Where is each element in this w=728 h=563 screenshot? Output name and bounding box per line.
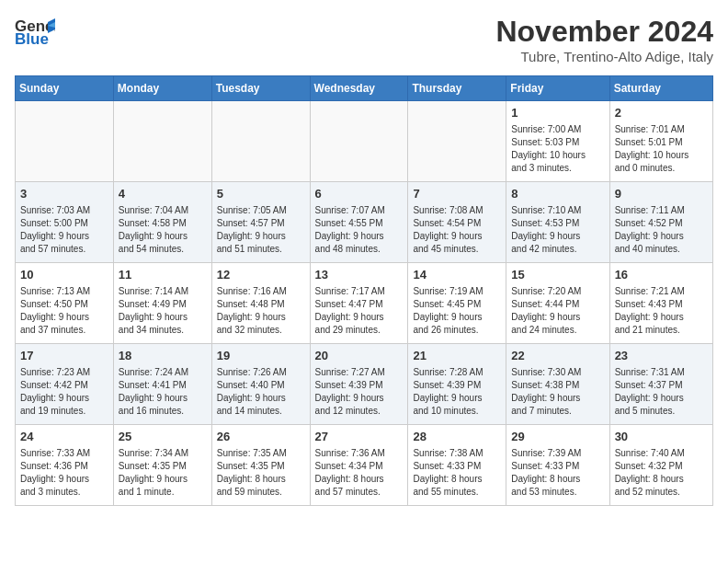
day-info: and 14 minutes. xyxy=(217,405,305,418)
day-number: 17 xyxy=(20,348,108,364)
day-info: and 54 minutes. xyxy=(119,243,207,256)
calendar-cell: 29Sunrise: 7:39 AMSunset: 4:33 PMDayligh… xyxy=(506,425,609,506)
day-info: Sunrise: 7:19 AM xyxy=(413,285,501,298)
calendar-cell: 16Sunrise: 7:21 AMSunset: 4:43 PMDayligh… xyxy=(609,263,712,344)
day-number: 18 xyxy=(119,348,207,364)
day-info: Daylight: 9 hours xyxy=(315,311,404,324)
calendar-cell: 24Sunrise: 7:33 AMSunset: 4:36 PMDayligh… xyxy=(16,425,114,506)
calendar-cell: 6Sunrise: 7:07 AMSunset: 4:55 PMDaylight… xyxy=(310,182,408,263)
day-info: and 12 minutes. xyxy=(315,405,404,418)
day-info: and 19 minutes. xyxy=(20,405,108,418)
logo: General Blue xyxy=(15,15,55,48)
day-info: and 0 minutes. xyxy=(615,162,708,175)
day-info: Sunset: 4:57 PM xyxy=(217,217,305,230)
day-info: and 3 minutes. xyxy=(511,162,604,175)
calendar-cell: 4Sunrise: 7:04 AMSunset: 4:58 PMDaylight… xyxy=(113,182,211,263)
day-info: Daylight: 8 hours xyxy=(217,473,305,486)
day-info: Sunrise: 7:21 AM xyxy=(615,285,708,298)
day-info: Sunset: 4:36 PM xyxy=(20,460,108,473)
calendar-cell: 7Sunrise: 7:08 AMSunset: 4:54 PMDaylight… xyxy=(408,182,506,263)
day-info: and 29 minutes. xyxy=(315,324,404,337)
day-info: Daylight: 9 hours xyxy=(20,392,108,405)
day-info: Sunset: 4:45 PM xyxy=(413,298,501,311)
day-number: 16 xyxy=(615,267,708,283)
calendar-cell: 2Sunrise: 7:01 AMSunset: 5:01 PMDaylight… xyxy=(609,101,712,182)
day-info: and 37 minutes. xyxy=(20,324,108,337)
day-info: Daylight: 9 hours xyxy=(615,311,708,324)
day-info: Sunset: 4:47 PM xyxy=(315,298,404,311)
month-year: November 2024 xyxy=(495,15,713,49)
weekday-header-monday: Monday xyxy=(113,76,211,101)
day-info: Daylight: 9 hours xyxy=(615,230,708,243)
day-number: 10 xyxy=(20,267,108,283)
day-info: Daylight: 9 hours xyxy=(119,230,207,243)
day-info: Daylight: 9 hours xyxy=(413,392,501,405)
calendar-cell: 1Sunrise: 7:00 AMSunset: 5:03 PMDaylight… xyxy=(506,101,609,182)
day-info: Sunrise: 7:30 AM xyxy=(511,366,604,379)
day-info: Daylight: 8 hours xyxy=(615,473,708,486)
day-info: Daylight: 9 hours xyxy=(119,473,207,486)
title-block: November 2024 Tubre, Trentino-Alto Adige… xyxy=(495,15,713,64)
day-info: Sunrise: 7:01 AM xyxy=(615,123,708,136)
calendar-cell: 8Sunrise: 7:10 AMSunset: 4:53 PMDaylight… xyxy=(506,182,609,263)
day-info: Sunset: 4:49 PM xyxy=(119,298,207,311)
calendar-cell: 5Sunrise: 7:05 AMSunset: 4:57 PMDaylight… xyxy=(211,182,310,263)
day-info: and 45 minutes. xyxy=(413,243,501,256)
day-info: Sunset: 4:40 PM xyxy=(217,379,305,392)
day-info: Sunrise: 7:00 AM xyxy=(511,123,604,136)
day-number: 2 xyxy=(615,105,708,121)
calendar-cell xyxy=(211,101,310,182)
day-number: 22 xyxy=(511,348,604,364)
day-info: Sunset: 4:42 PM xyxy=(20,379,108,392)
day-info: and 21 minutes. xyxy=(615,324,708,337)
calendar-table: SundayMondayTuesdayWednesdayThursdayFrid… xyxy=(15,75,713,506)
day-info: and 40 minutes. xyxy=(615,243,708,256)
day-info: Daylight: 8 hours xyxy=(315,473,404,486)
day-info: and 1 minute. xyxy=(119,486,207,499)
logo-icon: General Blue xyxy=(15,15,55,48)
day-number: 23 xyxy=(615,348,708,364)
day-info: Sunset: 4:33 PM xyxy=(511,460,604,473)
calendar-cell xyxy=(16,101,114,182)
day-info: Daylight: 9 hours xyxy=(315,230,404,243)
day-number: 29 xyxy=(511,429,604,445)
calendar-cell: 23Sunrise: 7:31 AMSunset: 4:37 PMDayligh… xyxy=(609,344,712,425)
day-number: 21 xyxy=(413,348,501,364)
day-info: Daylight: 9 hours xyxy=(217,392,305,405)
day-info: Sunrise: 7:31 AM xyxy=(615,366,708,379)
day-info: Sunset: 4:39 PM xyxy=(413,379,501,392)
day-info: Sunrise: 7:40 AM xyxy=(615,447,708,460)
day-number: 30 xyxy=(615,429,708,445)
day-info: and 57 minutes. xyxy=(20,243,108,256)
calendar-cell: 22Sunrise: 7:30 AMSunset: 4:38 PMDayligh… xyxy=(506,344,609,425)
day-number: 1 xyxy=(511,105,604,121)
day-number: 19 xyxy=(217,348,305,364)
day-number: 3 xyxy=(20,186,108,202)
calendar-cell: 20Sunrise: 7:27 AMSunset: 4:39 PMDayligh… xyxy=(310,344,408,425)
day-info: Daylight: 8 hours xyxy=(511,473,604,486)
calendar-cell: 25Sunrise: 7:34 AMSunset: 4:35 PMDayligh… xyxy=(113,425,211,506)
day-info: and 7 minutes. xyxy=(511,405,604,418)
day-info: Sunrise: 7:34 AM xyxy=(119,447,207,460)
day-number: 12 xyxy=(217,267,305,283)
calendar-cell: 3Sunrise: 7:03 AMSunset: 5:00 PMDaylight… xyxy=(16,182,114,263)
header: General Blue November 2024 Tubre, Trenti… xyxy=(15,15,713,64)
day-info: Sunset: 4:53 PM xyxy=(511,217,604,230)
day-info: Sunset: 4:37 PM xyxy=(615,379,708,392)
day-info: Sunset: 4:43 PM xyxy=(615,298,708,311)
day-info: Sunrise: 7:14 AM xyxy=(119,285,207,298)
day-info: Sunrise: 7:16 AM xyxy=(217,285,305,298)
day-number: 11 xyxy=(119,267,207,283)
weekday-header-tuesday: Tuesday xyxy=(211,76,310,101)
day-number: 26 xyxy=(217,429,305,445)
day-number: 20 xyxy=(315,348,404,364)
svg-text:Blue: Blue xyxy=(15,30,49,48)
day-info: and 5 minutes. xyxy=(615,405,708,418)
day-info: Sunset: 5:03 PM xyxy=(511,136,604,149)
day-number: 24 xyxy=(20,429,108,445)
day-info: Daylight: 10 hours xyxy=(615,149,708,162)
day-info: Sunrise: 7:35 AM xyxy=(217,447,305,460)
calendar-cell: 13Sunrise: 7:17 AMSunset: 4:47 PMDayligh… xyxy=(310,263,408,344)
day-info: Daylight: 9 hours xyxy=(119,311,207,324)
day-info: Daylight: 9 hours xyxy=(511,311,604,324)
